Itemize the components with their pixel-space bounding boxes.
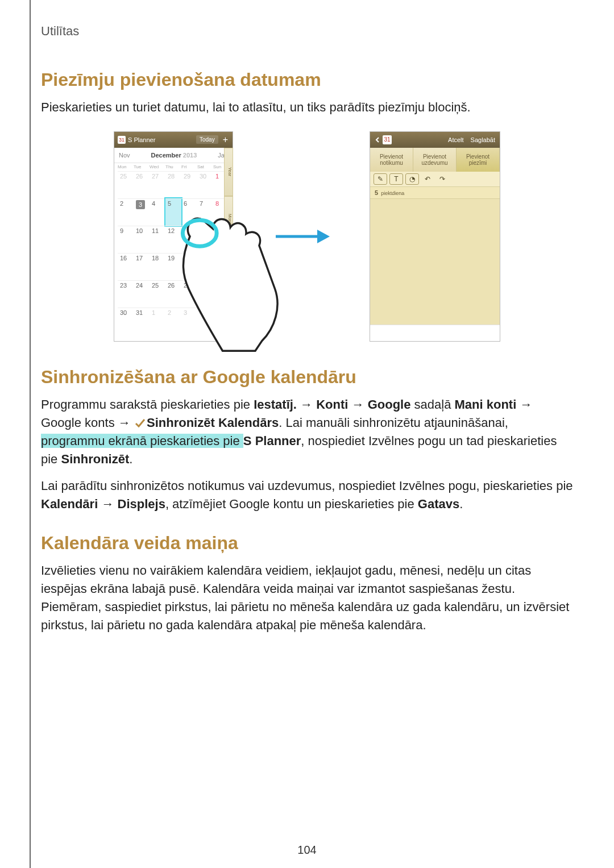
- save-button[interactable]: Saglabāt: [471, 136, 495, 143]
- weekday-header: Mon Tue Wed Thu Fri Sat Sun: [114, 163, 233, 171]
- memo-tool-row[interactable]: ✎ T ◔ ↶ ↷: [370, 172, 500, 187]
- cancel-button[interactable]: Atcelt: [448, 136, 464, 143]
- para-google-sync-1: Programmu sarakstā pieskarieties pie Ies…: [41, 396, 573, 468]
- view-tab-task[interactable]: Task: [224, 293, 233, 341]
- memo-canvas[interactable]: [370, 199, 500, 325]
- heading-add-memo: Piezīmju pievienošana datumam: [41, 69, 573, 90]
- tab-add-task[interactable]: Pievienot uzdevumu: [413, 148, 457, 172]
- highlighted-text: programmu ekrānā pieskarieties pie: [41, 434, 243, 448]
- calendar-screenshot: 31 S Planner Today + Nov December 2013 J…: [114, 131, 233, 342]
- weekday: Fri: [181, 164, 197, 169]
- svg-marker-2: [317, 230, 330, 243]
- document-page: Utilītas Piezīmju pievienošana datumam P…: [0, 0, 614, 868]
- weekday: Mon: [118, 164, 134, 169]
- page-number: 104: [0, 844, 614, 857]
- redo-icon[interactable]: ↷: [436, 174, 449, 184]
- today-button[interactable]: Today: [196, 135, 218, 144]
- memo-tabs[interactable]: Pievienot notikumu Pievienot uzdevumu Pi…: [370, 148, 500, 172]
- current-month: December: [151, 152, 181, 159]
- calendar-app-icon: 31: [118, 136, 126, 144]
- weekday: Tue: [134, 164, 150, 169]
- weekday: Thu: [165, 164, 181, 169]
- weekday: Sat: [197, 164, 213, 169]
- calendar-topbar: 31 S Planner Today +: [114, 132, 233, 148]
- memo-date-number: 5: [375, 189, 378, 196]
- arrow-right-icon: [273, 225, 330, 248]
- para-add-memo: Pieskarieties un turiet datumu, lai to a…: [41, 98, 573, 117]
- eraser-icon[interactable]: ◔: [405, 173, 419, 185]
- margin-rule: [30, 0, 31, 868]
- tab-add-event[interactable]: Pievienot notikumu: [370, 148, 413, 172]
- memo-screenshot: 31 Atcelt Saglabāt Pievienot notikumu Pi…: [370, 131, 500, 342]
- calendar-grid[interactable]: 2526272829301 2345678 9101112 1617181920…: [114, 171, 233, 335]
- memo-date-weekday: piektdiena: [381, 190, 404, 196]
- selected-date-cell[interactable]: 5: [165, 198, 181, 226]
- para-google-sync-2: Lai parādītu sinhronizētos notikumus vai…: [41, 477, 573, 513]
- weekday: Wed: [150, 164, 165, 169]
- current-year: 2013: [183, 152, 197, 159]
- figure-row: 31 S Planner Today + Nov December 2013 J…: [41, 131, 573, 342]
- pen-icon[interactable]: ✎: [374, 173, 387, 185]
- memo-topbar: 31 Atcelt Saglabāt: [370, 132, 500, 148]
- heading-view-change: Kalendāra veida maiņa: [41, 533, 573, 554]
- heading-google-sync: Sinhronizēšana ar Google kalendāru: [41, 367, 573, 388]
- month-selector[interactable]: Nov December 2013 Jan: [114, 148, 233, 163]
- check-icon: [134, 417, 146, 429]
- calendar-app-name: S Planner: [128, 136, 155, 143]
- view-tab-year[interactable]: Year: [224, 148, 233, 196]
- memo-footer: [370, 325, 500, 341]
- prev-month-label: Nov: [119, 152, 130, 159]
- tab-add-memo[interactable]: Pievienot piezīmi: [457, 148, 500, 172]
- back-button[interactable]: 31: [375, 135, 392, 144]
- add-event-icon[interactable]: +: [222, 135, 229, 144]
- view-tab-month[interactable]: Month: [224, 196, 233, 244]
- undo-icon[interactable]: ↶: [421, 174, 434, 184]
- section-category: Utilītas: [41, 24, 573, 39]
- view-tabs[interactable]: Year Month Week Task: [224, 148, 233, 341]
- text-icon[interactable]: T: [389, 173, 403, 185]
- memo-date-row: 5 piektdiena: [370, 187, 500, 199]
- para-view-change: Izvēlieties vienu no vairākiem kalendāra…: [41, 562, 573, 634]
- view-tab-week[interactable]: Week: [224, 244, 233, 293]
